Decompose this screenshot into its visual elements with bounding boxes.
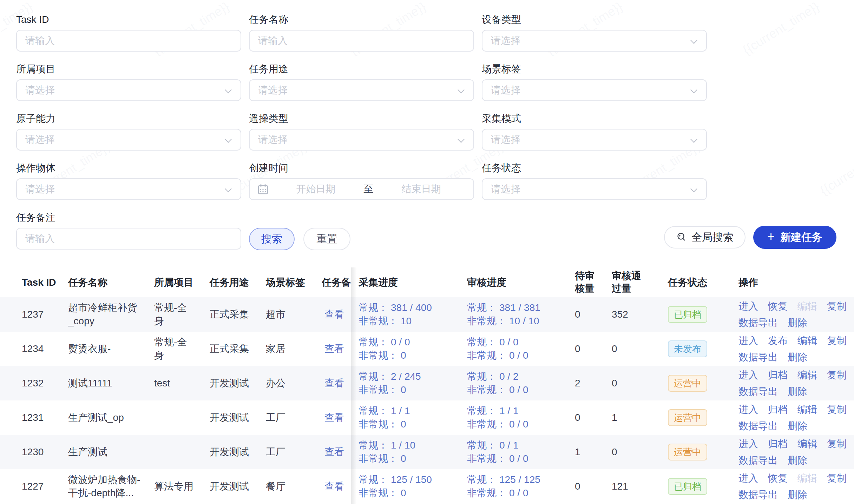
search-button[interactable]: 搜索 <box>249 228 295 250</box>
cell-purpose: 正式采集 <box>210 308 266 321</box>
task-id-label: Task ID <box>16 13 241 27</box>
action-delete[interactable]: 删除 <box>788 419 807 433</box>
action-enter[interactable]: 进入 <box>738 403 758 416</box>
action-restore[interactable]: 恢复 <box>768 300 788 313</box>
action-export[interactable]: 数据导出 <box>738 351 778 364</box>
collect-mode-label: 采集模式 <box>482 112 707 126</box>
atomic-ability-select[interactable]: 请选择 <box>16 129 241 151</box>
cell-pending: 0 <box>575 342 612 356</box>
header-scene: 场景标签 <box>266 276 322 289</box>
action-delete[interactable]: 删除 <box>788 385 807 398</box>
reset-button[interactable]: 重置 <box>303 228 350 250</box>
action-edit[interactable]: 编辑 <box>797 369 817 382</box>
cell-actions: 进入 恢复 编辑 复制 数据导出 删除 <box>734 300 854 330</box>
operate-object-select[interactable]: 请选择 <box>16 178 241 200</box>
field-teleop-type: 遥操类型 请选择 <box>249 112 474 151</box>
task-status-placeholder: 请选择 <box>491 183 691 196</box>
task-id-input[interactable]: 请输入 <box>16 30 241 52</box>
action-archive[interactable]: 归档 <box>768 369 788 382</box>
task-status-select[interactable]: 请选择 <box>482 178 707 200</box>
status-badge: 已归档 <box>668 306 707 323</box>
action-copy[interactable]: 复制 <box>827 472 847 485</box>
project-select[interactable]: 请选择 <box>16 79 241 101</box>
view-note-link[interactable]: 查看 <box>324 412 344 423</box>
action-publish[interactable]: 发布 <box>768 334 788 347</box>
action-copy[interactable]: 复制 <box>827 334 847 347</box>
action-export[interactable]: 数据导出 <box>738 385 778 398</box>
create-time-label: 创建时间 <box>249 161 474 175</box>
cell-passed: 0 <box>612 342 664 356</box>
field-project: 所属项目 请选择 <box>16 62 241 101</box>
action-export[interactable]: 数据导出 <box>738 454 778 467</box>
cell-task-id: 1230 <box>0 445 68 459</box>
action-delete[interactable]: 删除 <box>788 488 807 502</box>
action-enter[interactable]: 进入 <box>738 334 758 347</box>
teleop-type-select[interactable]: 请选择 <box>249 129 474 151</box>
cell-note: 查看 <box>322 480 351 493</box>
scene-tag-select[interactable]: 请选择 <box>482 79 707 101</box>
action-delete[interactable]: 删除 <box>788 316 807 330</box>
action-restore[interactable]: 恢复 <box>768 472 788 485</box>
action-copy[interactable]: 复制 <box>827 369 847 382</box>
cell-pending: 0 <box>575 480 612 493</box>
cell-project: 算法专用 <box>154 480 210 493</box>
cell-project: 常规-全身 <box>154 301 210 328</box>
collect-mode-select[interactable]: 请选择 <box>482 129 707 151</box>
task-purpose-select[interactable]: 请选择 <box>249 79 474 101</box>
search-icon <box>676 232 687 243</box>
view-note-link[interactable]: 查看 <box>324 309 344 320</box>
create-task-button[interactable]: + 新建任务 <box>753 226 836 249</box>
cell-purpose: 开发测试 <box>210 377 266 390</box>
scene-tag-label: 场景标签 <box>482 62 707 76</box>
cell-actions: 进入 发布 编辑 复制 数据导出 删除 <box>734 334 854 364</box>
cell-review-progress: 常规：125 / 125 非常规：0 / 0 <box>466 473 575 500</box>
action-archive[interactable]: 归档 <box>768 403 788 416</box>
cell-task-id: 1232 <box>0 377 68 390</box>
cell-collect-progress: 常规：2 / 245 非常规：0 <box>351 370 466 397</box>
cell-actions: 进入 归档 编辑 复制 数据导出 删除 <box>734 369 854 398</box>
cell-task-id: 1227 <box>0 480 68 493</box>
action-export[interactable]: 数据导出 <box>738 316 778 330</box>
action-enter[interactable]: 进入 <box>738 300 758 313</box>
action-copy[interactable]: 复制 <box>827 437 847 451</box>
task-name-input[interactable]: 请输入 <box>249 30 474 52</box>
action-copy[interactable]: 复制 <box>827 403 847 416</box>
header-review: 审核进度 <box>466 276 575 289</box>
view-note-link[interactable]: 查看 <box>324 343 344 354</box>
cell-name: 熨烫衣服- <box>68 342 154 356</box>
action-archive[interactable]: 归档 <box>768 437 788 451</box>
view-note-link[interactable]: 查看 <box>324 446 344 457</box>
action-delete[interactable]: 删除 <box>788 351 807 364</box>
cell-passed: 0 <box>612 445 664 459</box>
cell-pending: 2 <box>575 377 612 390</box>
device-type-select[interactable]: 请选择 <box>482 30 707 52</box>
create-time-range-picker[interactable]: 开始日期 至 结束日期 <box>249 178 474 200</box>
action-edit[interactable]: 编辑 <box>797 437 817 451</box>
cell-purpose: 正式采集 <box>210 342 266 356</box>
cell-actions: 进入 归档 编辑 复制 数据导出 删除 <box>734 437 854 467</box>
table-row: 1231 生产测试_op 开发测试 工厂 查看 常规：1 / 1 非常规：0 常… <box>0 400 854 435</box>
action-edit[interactable]: 编辑 <box>797 403 817 416</box>
action-delete[interactable]: 删除 <box>788 454 807 467</box>
action-copy[interactable]: 复制 <box>827 300 847 313</box>
view-note-link[interactable]: 查看 <box>324 481 344 492</box>
cell-review-progress: 常规：0 / 1 非常规：0 / 0 <box>466 439 575 465</box>
table-header-row: Task ID 任务名称 所属项目 任务用途 场景标签 任务备注 采集进度 审核… <box>0 267 854 297</box>
action-enter[interactable]: 进入 <box>738 472 758 485</box>
action-edit[interactable]: 编辑 <box>797 334 817 347</box>
action-enter[interactable]: 进入 <box>738 437 758 451</box>
action-export[interactable]: 数据导出 <box>738 419 778 433</box>
task-note-input[interactable]: 请输入 <box>16 228 241 250</box>
task-name-placeholder: 请输入 <box>258 34 465 47</box>
cell-actions: 进入 恢复 编辑 复制 数据导出 删除 <box>734 472 854 502</box>
header-name: 任务名称 <box>68 276 154 289</box>
table-row: 1232 测试11111 test 开发测试 办公 查看 常规：2 / 245 … <box>0 366 854 400</box>
global-search-button[interactable]: 全局搜索 <box>664 226 745 248</box>
cell-status: 运营中 <box>664 375 734 392</box>
action-enter[interactable]: 进入 <box>738 369 758 382</box>
view-note-link[interactable]: 查看 <box>324 378 344 389</box>
device-type-placeholder: 请选择 <box>491 34 691 47</box>
atomic-ability-placeholder: 请选择 <box>25 133 225 146</box>
task-purpose-placeholder: 请选择 <box>258 84 458 97</box>
action-export[interactable]: 数据导出 <box>738 488 778 502</box>
